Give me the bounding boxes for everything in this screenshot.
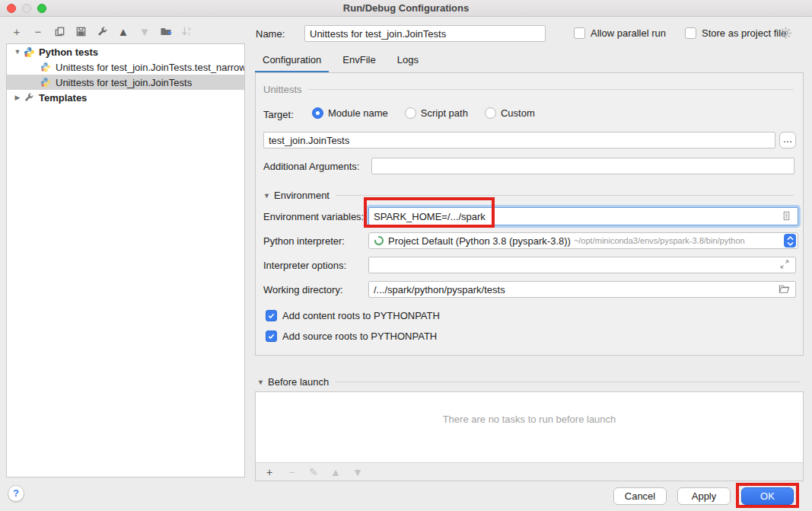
radio-custom-label: Custom xyxy=(501,107,535,119)
divider xyxy=(336,195,794,196)
new-folder-icon[interactable] xyxy=(160,25,172,37)
checkbox-checked[interactable] xyxy=(266,331,277,342)
store-as-project-file-checkbox[interactable]: Store as project file xyxy=(685,27,786,39)
before-launch-label: Before launch xyxy=(268,376,329,388)
chevron-up-down-icon[interactable] xyxy=(784,234,796,248)
name-label: Name: xyxy=(256,28,285,40)
expand-icon[interactable]: ▶ xyxy=(13,94,22,101)
additional-arguments-label: Additional Arguments: xyxy=(263,161,359,172)
checkbox-unchecked[interactable] xyxy=(685,27,696,39)
python-test-config-icon xyxy=(40,62,52,73)
tree-item-label: Templates xyxy=(39,92,87,104)
collapse-icon[interactable]: ▼ xyxy=(257,378,268,386)
browse-module-button[interactable]: … xyxy=(779,132,796,149)
move-task-down-icon: ▼ xyxy=(352,466,364,478)
interpreter-options-input[interactable] xyxy=(368,257,796,273)
unittests-section-header: Unittests xyxy=(263,84,794,95)
tree-item-label: Unittests for test_join.JoinTests.test_n… xyxy=(56,62,244,73)
edit-task-icon: ✎ xyxy=(307,466,320,478)
config-tabs: Configuration EnvFile Logs xyxy=(255,50,432,73)
svg-text:z: z xyxy=(188,31,190,37)
additional-arguments-input[interactable] xyxy=(371,158,794,174)
add-source-roots-label: Add source roots to PYTHONPATH xyxy=(282,331,437,342)
tree-item-templates[interactable]: ▶ Templates xyxy=(7,90,244,105)
environment-variables-label: Environment variables: xyxy=(263,211,364,222)
divider xyxy=(308,89,794,90)
collapse-icon[interactable]: ▼ xyxy=(13,48,22,56)
templates-wrench-icon xyxy=(24,92,35,104)
browse-env-variables-icon[interactable] xyxy=(781,210,793,222)
target-label: Target: xyxy=(263,109,294,120)
gear-icon[interactable] xyxy=(779,27,791,39)
before-launch-tasks-panel: There are no tasks to run before launch … xyxy=(255,391,804,481)
configurations-tree: ▼ Python tests Unittests for test_joi xyxy=(6,43,245,477)
radio-module-name-label: Module name xyxy=(328,107,388,119)
run-debug-configurations-dialog: Run/Debug Configurations + − ▲ ▼ xyxy=(0,0,812,511)
interpreter-env-icon xyxy=(374,235,384,246)
before-launch-section-header[interactable]: ▼ Before launch xyxy=(257,376,801,388)
save-configuration-icon[interactable] xyxy=(75,25,87,37)
sort-configurations-icon: a z xyxy=(181,25,193,37)
titlebar: Run/Debug Configurations xyxy=(0,0,812,17)
configuration-panel: Unittests Target: Module name Script pat… xyxy=(255,72,804,356)
no-tasks-message: There are no tasks to run before launch xyxy=(256,414,803,425)
edit-templates-icon[interactable] xyxy=(96,25,108,37)
environment-section-header[interactable]: ▼ Environment xyxy=(263,190,794,201)
unittests-section-label: Unittests xyxy=(263,84,302,95)
python-interpreter-label: Python interpreter: xyxy=(263,235,345,247)
add-configuration-icon[interactable]: + xyxy=(11,25,23,37)
tab-envfile[interactable]: EnvFile xyxy=(335,50,383,73)
working-directory-input[interactable] xyxy=(368,281,796,298)
interpreter-options-label: Interpreter options: xyxy=(263,260,346,271)
tree-item-python-tests[interactable]: ▼ Python tests xyxy=(7,44,244,59)
tree-item-test-narrow[interactable]: Unittests for test_join.JoinTests.test_n… xyxy=(7,59,244,75)
copy-configuration-icon[interactable] xyxy=(53,25,65,37)
highlight-box-ok-button xyxy=(736,483,799,508)
working-directory-label: Working directory: xyxy=(263,284,343,295)
store-as-project-file-label: Store as project file xyxy=(702,27,786,39)
move-down-icon[interactable]: ▼ xyxy=(139,25,151,37)
folder-icon[interactable] xyxy=(779,283,791,295)
apply-button[interactable]: Apply xyxy=(677,487,731,505)
radio-script-path[interactable] xyxy=(405,107,416,119)
tab-logs[interactable]: Logs xyxy=(390,50,426,73)
add-task-icon[interactable]: + xyxy=(263,466,275,478)
svg-text:a: a xyxy=(188,26,191,31)
interpreter-value: Project Default (Python 3.8 (pyspark-3.8… xyxy=(388,235,571,247)
python-interpreter-select[interactable]: Project Default (Python 3.8 (pyspark-3.8… xyxy=(368,232,798,249)
collapse-icon[interactable]: ▼ xyxy=(263,192,274,200)
target-module-input[interactable] xyxy=(263,132,775,149)
highlight-box-env-variables xyxy=(364,197,495,228)
tree-item-label: Python tests xyxy=(39,46,98,58)
remove-task-icon: − xyxy=(285,466,298,478)
radio-custom[interactable] xyxy=(485,107,496,119)
add-source-roots-checkbox[interactable]: Add source roots to PYTHONPATH xyxy=(266,331,437,342)
cancel-button[interactable]: Cancel xyxy=(613,487,667,505)
checkbox-checked[interactable] xyxy=(266,310,277,321)
radio-module-name[interactable] xyxy=(312,107,323,119)
window-title: Run/Debug Configurations xyxy=(0,2,812,14)
remove-configuration-icon[interactable]: − xyxy=(32,25,44,37)
expand-field-icon[interactable] xyxy=(779,259,791,271)
tasks-toolbar: + − ✎ ▲ ▼ xyxy=(256,462,803,481)
allow-parallel-run-checkbox[interactable]: Allow parallel run xyxy=(574,27,666,39)
target-radio-group: Module name Script path Custom xyxy=(312,107,535,119)
python-tests-icon xyxy=(24,46,35,58)
tree-item-label: Unittests for test_join.JoinTests xyxy=(56,77,192,88)
move-task-up-icon: ▲ xyxy=(330,466,342,478)
checkbox-unchecked[interactable] xyxy=(574,27,585,39)
configurations-toolbar: + − ▲ ▼ a xyxy=(11,24,193,38)
python-test-config-icon xyxy=(40,77,52,88)
tab-configuration[interactable]: Configuration xyxy=(255,50,329,73)
environment-section-label: Environment xyxy=(274,190,330,201)
allow-parallel-run-label: Allow parallel run xyxy=(591,27,666,39)
add-content-roots-label: Add content roots to PYTHONPATH xyxy=(282,310,440,321)
radio-script-path-label: Script path xyxy=(421,107,468,119)
name-input[interactable] xyxy=(304,25,546,42)
interpreter-path: ~/opt/miniconda3/envs/pyspark-3.8/bin/py… xyxy=(574,236,781,245)
tree-item-jointests-selected[interactable]: Unittests for test_join.JoinTests xyxy=(7,75,244,90)
add-content-roots-checkbox[interactable]: Add content roots to PYTHONPATH xyxy=(266,310,440,321)
divider xyxy=(335,382,801,382)
help-button[interactable]: ? xyxy=(8,485,24,502)
move-up-icon[interactable]: ▲ xyxy=(117,25,129,37)
